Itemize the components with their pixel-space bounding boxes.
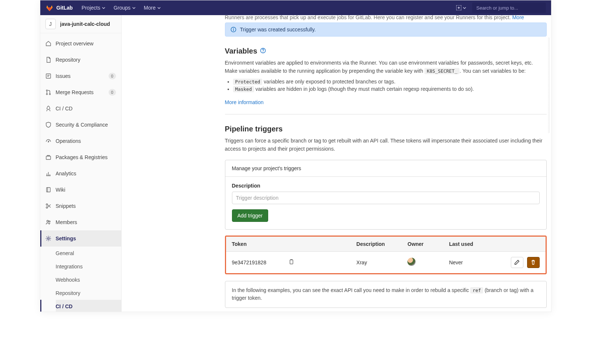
settings-general[interactable]: General — [56, 247, 121, 260]
chevron-down-icon — [463, 5, 466, 11]
triggers-table: Token Description Owner Last used — [226, 237, 546, 273]
svg-point-3 — [46, 93, 47, 95]
svg-rect-6 — [46, 156, 51, 159]
expand-handle[interactable] — [547, 37, 550, 133]
pencil-icon — [514, 260, 520, 265]
rocket-icon — [45, 106, 51, 111]
chevron-down-icon — [102, 5, 105, 11]
trigger-example-text: In the following examples, you can see t… — [225, 281, 547, 308]
th-description: Description — [351, 237, 402, 252]
package-icon — [45, 154, 51, 160]
issues-count-badge: 0 — [109, 73, 116, 79]
trigger-description-cell: Xray — [351, 251, 402, 273]
th-owner: Owner — [402, 237, 443, 252]
merge-icon — [45, 89, 51, 95]
global-search[interactable] — [472, 3, 546, 13]
last-used-cell: Never — [443, 251, 501, 273]
svg-rect-7 — [47, 188, 50, 192]
triggers-panel-head: Manage your project's triggers — [225, 160, 546, 177]
settings-repository[interactable]: Repository — [56, 286, 121, 300]
info-icon — [230, 27, 236, 32]
edit-trigger-button[interactable] — [511, 257, 523, 268]
sidebar-item-cicd[interactable]: CI / CD — [40, 100, 121, 117]
section-divider — [225, 114, 547, 114]
project-name: java-junit-calc-cloud — [60, 21, 110, 27]
triggers-desc: Triggers can force a specific branch or … — [225, 137, 547, 153]
trigger-description-input[interactable] — [232, 192, 540, 204]
svg-point-11 — [49, 221, 50, 222]
svg-rect-15 — [233, 29, 234, 31]
svg-point-10 — [47, 220, 48, 222]
brand-name: GitLab — [57, 5, 73, 11]
sidebar-item-members[interactable]: Members — [40, 214, 121, 230]
sidebar-item-overview[interactable]: Project overview — [40, 35, 121, 52]
copy-token-button[interactable] — [288, 259, 294, 266]
sidebar-item-operations[interactable]: Operations — [40, 133, 121, 149]
gitlab-logo[interactable]: GitLab — [45, 4, 73, 12]
nav-groups[interactable]: Groups — [113, 5, 136, 11]
clipboard-icon — [288, 259, 294, 265]
nav-more[interactable]: More — [144, 5, 161, 11]
issues-icon — [45, 73, 51, 79]
th-token: Token — [226, 237, 351, 252]
sidebar-item-issues[interactable]: Issues 0 — [40, 68, 121, 84]
sidebar-item-packages[interactable]: Packages & Registries — [40, 149, 121, 165]
description-label: Description — [232, 183, 540, 189]
bullet-protected: Protected variables are only exposed to … — [233, 79, 547, 85]
alert-text: Trigger was created successfully. — [240, 27, 316, 32]
gauge-icon — [45, 138, 51, 144]
chevron-down-icon — [157, 5, 161, 11]
delete-trigger-button[interactable] — [527, 257, 540, 268]
variables-desc: Environment variables are applied to env… — [225, 59, 547, 75]
trash-icon — [530, 260, 536, 265]
triggers-heading: Pipeline triggers — [225, 125, 547, 133]
help-icon[interactable] — [260, 47, 266, 55]
gear-icon — [45, 236, 51, 241]
triggers-panel: Manage your project's triggers Descripti… — [225, 160, 547, 230]
main-content: Runners are processes that pick up and e… — [122, 15, 551, 312]
chevron-down-icon — [132, 5, 136, 11]
settings-integrations[interactable]: Integrations — [56, 260, 121, 273]
nav-projects[interactable]: Projects — [82, 5, 106, 11]
project-avatar: J — [45, 19, 56, 29]
settings-cicd[interactable]: CI / CD — [56, 300, 121, 312]
ref-code: ref — [470, 287, 483, 293]
tanuki-icon — [45, 4, 54, 12]
owner-avatar[interactable] — [407, 258, 416, 266]
svg-rect-1 — [46, 74, 51, 78]
svg-rect-18 — [290, 260, 293, 264]
home-icon — [45, 41, 51, 47]
search-input[interactable] — [476, 5, 542, 11]
svg-point-8 — [46, 204, 48, 205]
th-lastused: Last used — [443, 237, 501, 252]
svg-point-12 — [47, 238, 49, 240]
sidebar-item-settings[interactable]: Settings — [40, 230, 121, 247]
svg-point-9 — [46, 207, 48, 208]
k8s-secret-code: K8S_SECRET_ — [424, 68, 460, 74]
highlighted-token-box: Token Description Owner Last used — [225, 236, 547, 274]
sidebar-item-security[interactable]: Security & Compliance — [40, 117, 121, 133]
svg-point-17 — [263, 52, 263, 52]
doc-icon — [45, 57, 51, 63]
add-trigger-button[interactable]: Add trigger — [232, 209, 268, 222]
sidebar-item-snippets[interactable]: Snippets — [40, 198, 121, 214]
svg-point-14 — [233, 28, 234, 29]
sidebar-item-analytics[interactable]: Analytics — [40, 165, 121, 182]
settings-webhooks[interactable]: Webhooks — [56, 273, 121, 286]
trigger-row: 9e3472191828 Xray Never — [226, 251, 546, 273]
sidebar-item-wiki[interactable]: Wiki — [40, 182, 121, 198]
sidebar: J java-junit-calc-cloud Project overview… — [40, 15, 122, 312]
sidebar-item-repository[interactable]: Repository — [40, 52, 121, 68]
sidebar-item-merge-requests[interactable]: Merge Requests 0 — [40, 84, 121, 100]
success-alert: Trigger was created successfully. — [225, 23, 547, 37]
new-dropdown[interactable] — [454, 3, 468, 12]
chart-icon — [45, 171, 51, 176]
book-icon — [45, 187, 51, 193]
token-value: 9e3472191828 — [232, 260, 266, 265]
variables-heading: Variables — [225, 47, 547, 55]
project-header[interactable]: J java-junit-calc-cloud — [40, 15, 121, 33]
variables-more-link[interactable]: More information — [225, 99, 264, 105]
runners-more-link[interactable]: More — [512, 15, 524, 20]
runners-intro: Runners are processes that pick up and e… — [225, 15, 547, 20]
plus-icon — [456, 5, 461, 10]
